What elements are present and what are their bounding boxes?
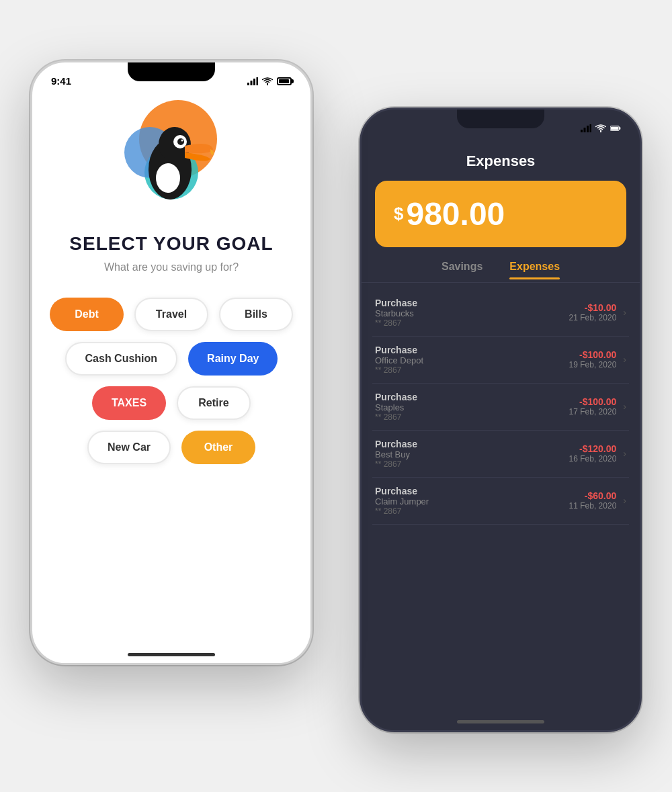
goal-title: SELECT YOUR GOAL: [69, 233, 273, 255]
goal-row-2: Cash Cushion Rainy Day: [64, 342, 279, 376]
expenses-header: Expenses: [362, 146, 640, 181]
table-row: Purchase Office Depot ** 2867 -$100.00 1…: [372, 337, 629, 384]
left-notch: [128, 62, 215, 81]
right-battery-icon: [610, 124, 621, 132]
goal-btn-taxes[interactable]: TAXES: [92, 386, 166, 420]
svg-rect-2: [253, 79, 255, 85]
home-indicator-right: [457, 720, 544, 723]
tab-savings[interactable]: Savings: [442, 261, 482, 279]
wifi-icon: [262, 77, 273, 85]
goal-btn-bills[interactable]: Bills: [219, 298, 293, 331]
goal-grid: Debt Travel Bills Cash Cushion Rainy Day…: [57, 298, 286, 464]
battery-icon: [277, 77, 292, 85]
goal-row-3: TAXES Retire: [64, 386, 279, 420]
svg-point-11: [181, 139, 183, 141]
right-wifi-icon: [595, 124, 606, 132]
right-phone: Expenses $ 980.00 Savings Expenses Purch…: [360, 107, 642, 732]
goal-row-1: Debt Travel Bills: [64, 298, 279, 331]
goal-subtitle: What are you saving up for?: [104, 261, 239, 273]
table-row: Purchase Claim Jumper ** 2867 -$60.00 11…: [372, 478, 629, 525]
chevron-right-icon: ›: [623, 495, 626, 506]
svg-rect-0: [247, 83, 249, 85]
chevron-right-icon: ›: [623, 307, 626, 318]
table-row: Purchase Best Buy ** 2867 -$120.00 16 Fe…: [372, 431, 629, 478]
right-signal-icon: [581, 124, 591, 132]
svg-rect-14: [584, 128, 586, 132]
goal-btn-rainy-day[interactable]: Rainy Day: [188, 342, 278, 376]
toucan-logo: [111, 99, 232, 220]
left-phone: 9:41: [30, 60, 312, 665]
goal-btn-cash-cushion[interactable]: Cash Cushion: [65, 342, 178, 376]
svg-rect-1: [251, 81, 253, 85]
tab-expenses[interactable]: Expenses: [509, 261, 560, 279]
goal-row-4: New Car Other: [64, 431, 279, 464]
chevron-right-icon: ›: [623, 354, 626, 365]
svg-rect-3: [257, 77, 259, 85]
right-content: Expenses $ 980.00 Savings Expenses Purch…: [362, 139, 640, 525]
chevron-right-icon: ›: [623, 401, 626, 412]
svg-point-12: [156, 163, 180, 193]
right-notch: [457, 109, 544, 128]
scene: 9:41: [17, 27, 655, 766]
home-indicator-left: [128, 653, 215, 656]
amount-value: 980.00: [406, 195, 505, 232]
status-time: 9:41: [51, 75, 71, 87]
transaction-list: Purchase Starbucks ** 2867 -$10.00 21 Fe…: [362, 290, 640, 525]
goal-btn-other[interactable]: Other: [181, 431, 255, 464]
svg-point-10: [177, 138, 184, 145]
left-content: SELECT YOUR GOAL What are you saving up …: [32, 92, 310, 464]
goal-btn-debt[interactable]: Debt: [50, 298, 124, 331]
signal-icon: [247, 77, 258, 85]
svg-rect-15: [587, 126, 589, 132]
svg-rect-13: [581, 130, 583, 132]
status-icons: [247, 77, 292, 85]
goal-btn-new-car[interactable]: New Car: [87, 431, 171, 464]
goal-btn-retire[interactable]: Retire: [177, 386, 251, 420]
svg-rect-16: [590, 124, 592, 132]
right-status-icons: [581, 124, 621, 132]
goal-btn-travel[interactable]: Travel: [134, 298, 208, 331]
tabs-row: Savings Expenses: [362, 261, 640, 283]
table-row: Purchase Starbucks ** 2867 -$10.00 21 Fe…: [372, 290, 629, 337]
svg-rect-19: [611, 126, 618, 130]
svg-rect-18: [620, 127, 621, 129]
amount-dollar: $: [394, 204, 403, 224]
amount-card: $ 980.00: [375, 181, 626, 247]
table-row: Purchase Staples ** 2867 -$100.00 17 Feb…: [372, 384, 629, 431]
chevron-right-icon: ›: [623, 448, 626, 459]
